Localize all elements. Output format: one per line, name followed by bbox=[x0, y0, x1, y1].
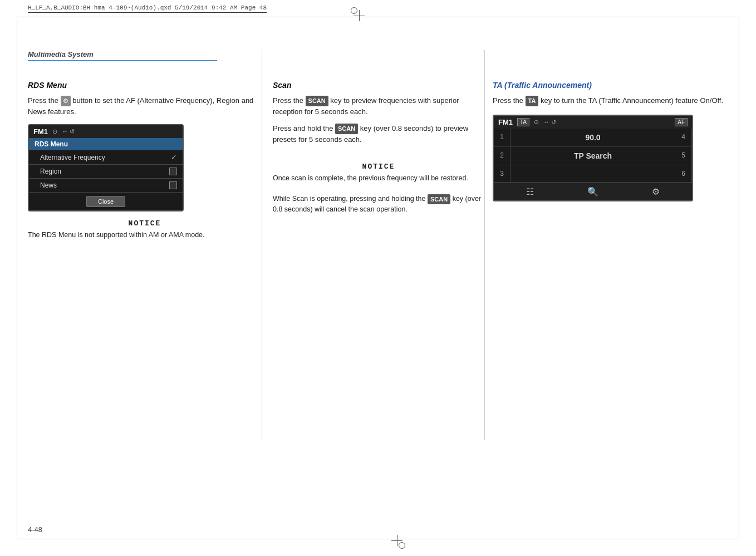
close-btn-row: Close bbox=[29, 193, 183, 210]
border-bottom bbox=[17, 539, 739, 539]
file-header: H_LF_A,B_AUDIO:BH hma 4-109~(Audio).qxd … bbox=[28, 4, 267, 13]
fm-ta-icon-circle: ⊙ bbox=[534, 119, 539, 126]
fm-ta-left: FM1 TA ⊙ ↔ ↺ bbox=[498, 118, 556, 126]
fm-num-5[interactable]: 5 bbox=[675, 147, 692, 165]
scan-body2-before: Press and hold the bbox=[273, 124, 333, 132]
news-checkbox[interactable] bbox=[169, 181, 177, 189]
menu-item-news-label: News bbox=[40, 181, 57, 189]
ta-button-inline: TA bbox=[526, 96, 539, 106]
fm-icon-settings[interactable]: ⚙ bbox=[652, 186, 660, 197]
ta-badge[interactable]: TA bbox=[517, 118, 529, 126]
fm-icon-list[interactable]: ☷ bbox=[526, 186, 534, 197]
menu-item-af[interactable]: Alternative Frequency ✓ bbox=[29, 150, 183, 165]
fm-screen-ta: FM1 TA ⊙ ↔ ↺ AF 1 90.0 4 2 TP Search 5 3… bbox=[493, 115, 693, 201]
menu-item-region-label: Region bbox=[40, 168, 61, 175]
fm-ta-header: FM1 TA ⊙ ↔ ↺ AF bbox=[494, 116, 692, 129]
fm-num-1[interactable]: 1 bbox=[494, 129, 510, 147]
section-header-line bbox=[28, 60, 217, 61]
menu-item-af-label: Alternative Frequency bbox=[40, 154, 105, 161]
scan-body1: Press the SCAN key to preview frequencie… bbox=[273, 95, 484, 117]
fm-num-2[interactable]: 2 bbox=[494, 147, 510, 165]
rds-menu-title: RDS Menu bbox=[28, 81, 262, 90]
col-divider-1 bbox=[262, 50, 262, 440]
rds-notice-title: NOTICE bbox=[28, 219, 262, 228]
border-top bbox=[17, 17, 739, 17]
fm-cell-value-1[interactable]: 90.0 bbox=[510, 129, 675, 147]
gear-icon: ⚙ bbox=[61, 96, 71, 106]
page-number: 4-48 bbox=[28, 525, 42, 534]
mid-column: Scan Press the SCAN key to preview frequ… bbox=[273, 81, 484, 215]
menu-item-news[interactable]: News bbox=[29, 179, 183, 193]
rds-notice-text: The RDS Menu is not supported within AM … bbox=[28, 230, 262, 240]
scan-notice-line2-before: While Scan is operating, pressing and ho… bbox=[273, 195, 425, 203]
rds-menu-body: Press the ⚙ button to set the AF (Altern… bbox=[28, 95, 262, 117]
scan-title: Scan bbox=[273, 81, 484, 90]
border-right bbox=[739, 17, 739, 539]
col-divider-2 bbox=[484, 50, 485, 440]
fm-grid: 1 90.0 4 2 TP Search 5 3 6 bbox=[494, 129, 692, 183]
ta-title: TA (Traffic Announcement) bbox=[493, 81, 732, 90]
border-left bbox=[17, 17, 17, 539]
scan-button-inline: SCAN bbox=[306, 96, 328, 106]
scan-button-inline2: SCAN bbox=[335, 124, 358, 134]
section-header-title: Multimedia System bbox=[28, 50, 728, 58]
ta-body: Press the TA key to turn the TA (Traffic… bbox=[493, 95, 732, 106]
left-column: RDS Menu Press the ⚙ button to set the A… bbox=[28, 81, 262, 240]
scan-notice-title: NOTICE bbox=[273, 163, 484, 171]
fm-bottom-bar: ☷ 🔍 ⚙ bbox=[494, 183, 692, 200]
fm-icon-search[interactable]: 🔍 bbox=[587, 186, 598, 197]
fm-screen-header: FM1 ⊙ ↔ ↺ bbox=[29, 125, 183, 138]
scan-body2: Press and hold the SCAN key (over 0.8 se… bbox=[273, 123, 484, 145]
scan-button-inline3: SCAN bbox=[428, 194, 450, 205]
fm-num-4[interactable]: 4 bbox=[675, 129, 692, 147]
ta-body-after: key to turn the TA (Traffic Announcement… bbox=[541, 96, 723, 105]
fm-screen-rds: FM1 ⊙ ↔ ↺ RDS Menu Alternative Frequency… bbox=[28, 124, 184, 211]
fm-num-6[interactable]: 6 bbox=[675, 165, 692, 183]
af-badge[interactable]: AF bbox=[675, 118, 688, 126]
region-checkbox[interactable] bbox=[169, 168, 177, 175]
rds-menu-row: RDS Menu bbox=[29, 138, 183, 150]
fm-icon-circle: ⊙ bbox=[52, 128, 57, 135]
close-button[interactable]: Close bbox=[86, 196, 125, 207]
reg-circle-top bbox=[351, 7, 357, 14]
scan-notice: NOTICE Once scan is complete, the previo… bbox=[273, 163, 484, 215]
fm-ta-fm-label: FM1 bbox=[498, 118, 513, 126]
rds-notice: NOTICE The RDS Menu is not supported wit… bbox=[28, 219, 262, 240]
scan-notice-line1: Once scan is complete, the previous freq… bbox=[273, 174, 468, 182]
fm-icon-arrows: ↔ ↺ bbox=[62, 128, 75, 135]
fm-cell-value-2[interactable]: TP Search bbox=[510, 147, 675, 165]
ta-body-before: Press the bbox=[493, 96, 523, 105]
scan-notice-text: Once scan is complete, the previous freq… bbox=[273, 173, 484, 215]
fm-num-3[interactable]: 3 bbox=[494, 165, 510, 183]
right-column: TA (Traffic Announcement) Press the TA k… bbox=[493, 81, 732, 201]
checkmark-icon: ✓ bbox=[171, 153, 177, 161]
section-header: Multimedia System bbox=[28, 50, 728, 61]
reg-circle-bottom bbox=[399, 542, 405, 549]
scan-body1-before: Press the bbox=[273, 96, 303, 105]
fm-ta-icon-arrows: ↔ ↺ bbox=[543, 119, 556, 126]
fm-cell-value-3 bbox=[510, 165, 675, 183]
fm-label: FM1 bbox=[33, 127, 48, 136]
menu-item-region[interactable]: Region bbox=[29, 165, 183, 179]
